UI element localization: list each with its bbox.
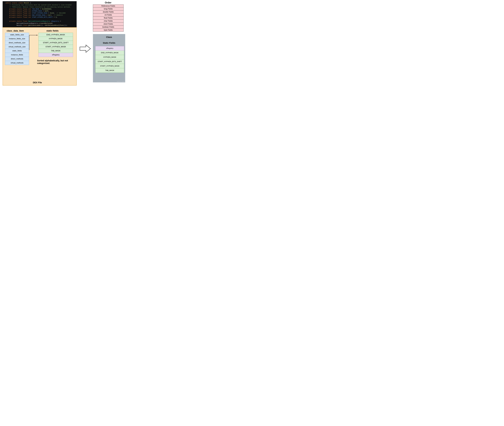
static-fields-list: END_HYPHEN_MASKHYPHEN_MASKSTART_HYPHEN_B… bbox=[38, 33, 73, 57]
code-token bbox=[6, 18, 7, 20]
code-token bbox=[16, 12, 16, 14]
code-token: 0xFF bbox=[45, 10, 48, 12]
dex-file-label: DEX File bbox=[33, 81, 42, 84]
order-cell: Reference Fields bbox=[93, 4, 124, 7]
code-token: sRegistry bbox=[51, 21, 59, 22]
code-token: NativeAllocationRegistry. bbox=[6, 22, 39, 24]
static-field-cell: START_HYPHEN_MASK bbox=[38, 45, 73, 49]
order-cell: int Fields bbox=[93, 14, 124, 16]
code-token: 3 bbox=[56, 16, 57, 18]
class-static-fields-list: sRegistryEND_HYPHEN_MASKHYPHEN_MASKSTART… bbox=[95, 46, 124, 73]
order-cell: long Fields bbox=[93, 7, 124, 10]
code-token bbox=[23, 2, 24, 4]
code-token: int bbox=[28, 14, 31, 16]
code-token: 0x18 bbox=[50, 12, 54, 14]
code-token bbox=[6, 4, 9, 6]
code-token bbox=[6, 12, 9, 14]
code-token: = bbox=[47, 12, 50, 14]
code-token: int bbox=[28, 8, 31, 10]
code-token: NativeAllocationRegistry bbox=[28, 21, 50, 22]
code-token: private bbox=[9, 12, 16, 14]
class-data-item-title: class_data_item bbox=[7, 29, 24, 32]
code-token: private bbox=[9, 10, 16, 12]
code-token: { bbox=[29, 2, 31, 4]
code-token: START_HYPHEN_MASK bbox=[32, 12, 47, 14]
code-token: int bbox=[28, 12, 31, 14]
code-token bbox=[6, 10, 9, 12]
code-token bbox=[16, 21, 16, 22]
code-token bbox=[27, 12, 28, 14]
dex-caption-sorted: Sorted alphabetically, but not categoriz… bbox=[37, 59, 71, 64]
code-token bbox=[16, 14, 16, 16]
order-cell: short Fields bbox=[93, 22, 124, 26]
code-token bbox=[31, 14, 32, 16]
code-token: END_HYPHEN_MASK bbox=[32, 14, 45, 16]
code-token: final bbox=[23, 10, 27, 12]
code-token bbox=[27, 14, 28, 16]
class-data-cell: virtual_methods_size bbox=[5, 45, 29, 49]
code-token: 0x7 bbox=[48, 14, 51, 16]
code-token bbox=[6, 14, 9, 16]
code-token bbox=[16, 16, 16, 18]
code-token bbox=[6, 8, 9, 10]
class-data-cell: direct_methods_size bbox=[5, 41, 29, 45]
dex-file-box: class_data_item static fields static_fie… bbox=[3, 27, 77, 85]
code-token: . bbox=[27, 25, 28, 26]
code-token: private bbox=[9, 16, 16, 18]
watermark-text: 版权所有©千锋教育 bbox=[117, 81, 125, 82]
class-data-cell: static_fields_size bbox=[5, 33, 29, 37]
static-fields-title: static fields bbox=[46, 29, 58, 32]
code-token bbox=[27, 8, 28, 10]
diagram-root: public static class Result { // Followin… bbox=[1, 1, 126, 86]
arrow-icon bbox=[29, 35, 39, 50]
code-token: ; bbox=[54, 12, 57, 14]
class-field-cell: END_HYPHEN_MASK bbox=[95, 50, 124, 55]
code-token bbox=[27, 10, 28, 12]
static-field-cell: HYPHEN_MASK bbox=[38, 37, 73, 41]
code-token bbox=[22, 10, 23, 12]
code-token: static bbox=[16, 8, 22, 10]
code-token: = bbox=[39, 8, 42, 10]
code-token: final bbox=[23, 8, 27, 10]
class-field-cell: TAB_MASK bbox=[95, 68, 124, 73]
code-token: ()); bbox=[64, 25, 67, 26]
code-token: // TODO(nona): Remove these constants by… bbox=[9, 6, 71, 8]
static-field-cell: TAB_MASK bbox=[38, 49, 73, 53]
code-snippet: public static class Result { // Followin… bbox=[3, 1, 77, 28]
code-token: nGetReleaseResultFunc bbox=[45, 25, 64, 26]
code-token bbox=[31, 8, 32, 10]
static-fields-subtitle: Static Fields bbox=[93, 42, 125, 44]
code-token bbox=[27, 16, 28, 18]
code-token: 0x20000000 bbox=[42, 8, 51, 10]
static-field-cell: START_HYPHEN_BITS_SHIFT bbox=[38, 41, 73, 45]
class-data-item-list: static_fields_sizeinstance_fields_sizedi… bbox=[5, 33, 29, 65]
big-arrow-icon bbox=[80, 45, 91, 53]
code-token: getClassLoader bbox=[28, 25, 41, 26]
code-token: = bbox=[45, 14, 48, 16]
field-order-list: Reference Fieldslong Fieldsdouble Fields… bbox=[93, 4, 124, 32]
code-token: // 0b11000 bbox=[57, 12, 66, 14]
code-token: static bbox=[16, 14, 22, 16]
code-token: class bbox=[18, 2, 23, 4]
class-data-cell: static_fields bbox=[5, 49, 29, 53]
code-token: // Following two constants must be synce… bbox=[9, 4, 72, 6]
order-cell: boolean Fields bbox=[93, 26, 124, 28]
code-token bbox=[16, 10, 16, 12]
code-token: int bbox=[28, 10, 31, 12]
class-data-cell: instance_fields_size bbox=[5, 37, 29, 41]
code-token: ; bbox=[48, 10, 49, 12]
code-token: final bbox=[23, 21, 27, 22]
code-token: static bbox=[16, 10, 22, 12]
code-token: int bbox=[28, 16, 31, 18]
class-field-cell: START_HYPHEN_MASK bbox=[95, 64, 124, 68]
code-token: Result bbox=[24, 2, 29, 4]
code-token: final bbox=[23, 16, 27, 18]
code-token bbox=[31, 10, 32, 12]
code-token: ; bbox=[51, 8, 52, 10]
class-title: Class bbox=[93, 36, 125, 38]
order-cell: byte Fields bbox=[93, 28, 124, 32]
code-token: static bbox=[16, 12, 22, 14]
code-token bbox=[22, 16, 23, 18]
code-token: final bbox=[23, 14, 27, 16]
code-token: START_HYPHEN_BITS_SHIFT bbox=[32, 16, 53, 18]
